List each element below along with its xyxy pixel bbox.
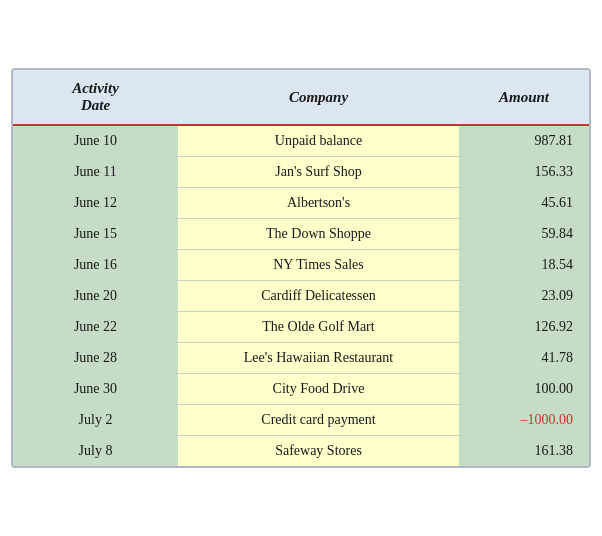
table-row: July 8Safeway Stores161.38 xyxy=(13,436,589,467)
cell-company: Safeway Stores xyxy=(178,436,459,467)
cell-amount: 156.33 xyxy=(459,157,589,188)
cell-company: City Food Drive xyxy=(178,374,459,405)
cell-date: June 16 xyxy=(13,250,178,281)
cell-amount: 23.09 xyxy=(459,281,589,312)
table-row: June 15The Down Shoppe59.84 xyxy=(13,219,589,250)
cell-amount: 126.92 xyxy=(459,312,589,343)
header-date: ActivityDate xyxy=(13,70,178,125)
cell-date: June 12 xyxy=(13,188,178,219)
cell-company: Albertson's xyxy=(178,188,459,219)
cell-amount: –1000.00 xyxy=(459,405,589,436)
cell-date: June 10 xyxy=(13,125,178,157)
main-table-container: ActivityDate Company Amount June 10Unpai… xyxy=(11,68,591,468)
table-row: June 10Unpaid balance987.81 xyxy=(13,125,589,157)
cell-date: June 11 xyxy=(13,157,178,188)
cell-amount: 59.84 xyxy=(459,219,589,250)
table-row: June 20Cardiff Delicatessen23.09 xyxy=(13,281,589,312)
header-amount: Amount xyxy=(459,70,589,125)
table-header-row: ActivityDate Company Amount xyxy=(13,70,589,125)
table-row: June 22The Olde Golf Mart126.92 xyxy=(13,312,589,343)
cell-amount: 161.38 xyxy=(459,436,589,467)
cell-company: The Down Shoppe xyxy=(178,219,459,250)
cell-date: July 2 xyxy=(13,405,178,436)
header-company: Company xyxy=(178,70,459,125)
cell-date: July 8 xyxy=(13,436,178,467)
table-row: June 28Lee's Hawaiian Restaurant41.78 xyxy=(13,343,589,374)
table-row: June 12Albertson's45.61 xyxy=(13,188,589,219)
cell-date: June 28 xyxy=(13,343,178,374)
cell-company: The Olde Golf Mart xyxy=(178,312,459,343)
table-row: June 11Jan's Surf Shop156.33 xyxy=(13,157,589,188)
cell-amount: 41.78 xyxy=(459,343,589,374)
cell-date: June 22 xyxy=(13,312,178,343)
cell-company: Credit card payment xyxy=(178,405,459,436)
cell-date: June 30 xyxy=(13,374,178,405)
cell-company: Cardiff Delicatessen xyxy=(178,281,459,312)
cell-company: Jan's Surf Shop xyxy=(178,157,459,188)
activity-table: ActivityDate Company Amount June 10Unpai… xyxy=(13,70,589,466)
cell-company: NY Times Sales xyxy=(178,250,459,281)
cell-amount: 18.54 xyxy=(459,250,589,281)
cell-amount: 45.61 xyxy=(459,188,589,219)
cell-amount: 100.00 xyxy=(459,374,589,405)
cell-date: June 20 xyxy=(13,281,178,312)
table-row: June 16NY Times Sales18.54 xyxy=(13,250,589,281)
cell-date: June 15 xyxy=(13,219,178,250)
cell-amount: 987.81 xyxy=(459,125,589,157)
cell-company: Unpaid balance xyxy=(178,125,459,157)
table-row: July 2Credit card payment–1000.00 xyxy=(13,405,589,436)
cell-company: Lee's Hawaiian Restaurant xyxy=(178,343,459,374)
table-row: June 30City Food Drive100.00 xyxy=(13,374,589,405)
